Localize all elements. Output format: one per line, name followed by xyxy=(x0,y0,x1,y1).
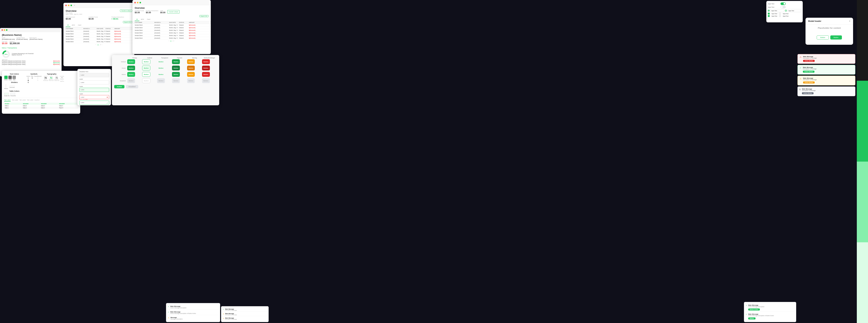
btn-danger-active[interactable]: Button xyxy=(202,72,210,77)
table-colors-title: Table Colors xyxy=(4,90,25,92)
btn-transparent-active[interactable]: Button xyxy=(157,72,165,77)
error-icon: ⊗ xyxy=(106,96,108,98)
sn-icon-1: ✓ xyxy=(223,309,224,310)
btn-outlined-active[interactable]: Button xyxy=(142,72,150,77)
big-th-invoice: INVOICE # xyxy=(154,22,169,23)
mini-trans-row[interactable]: (Payment Date)(Invoice#)(Vendor Client) … xyxy=(2,60,60,62)
table-row[interactable]: Vendor/Client (Invoice#) Month, Day, Yr … xyxy=(63,35,134,38)
big-prev[interactable]: ‹ xyxy=(168,40,169,42)
vertical-divider-line xyxy=(6,84,6,88)
table-sample-row-1[interactable]: Data 1 Data 2 Data 3 Data 4 xyxy=(4,105,78,107)
big-tab-ach[interactable]: ACH xyxy=(140,18,146,21)
notif-neutral-btn[interactable]: Action Button xyxy=(802,92,813,94)
table-row[interactable]: Vendor/Client (Invoice#) Month, Day, Yr … xyxy=(63,30,134,33)
table-sample-row-2[interactable]: Data 1 Data 2 Data 3 Face 5 xyxy=(4,107,78,109)
large-msg-2: ✓ Main Message Action Message Descriptio… xyxy=(746,313,795,320)
btn-danger-default[interactable]: Button xyxy=(202,59,210,64)
filter-icon[interactable]: ▼ xyxy=(31,77,33,79)
action-icon-1[interactable]: ✏ xyxy=(27,77,30,79)
btn-primary-default[interactable]: Button xyxy=(127,59,135,64)
big-table-row[interactable]: Vendor/Client (Invoice#) Month, Day, Yr … xyxy=(132,37,211,39)
notif-success-btn[interactable]: Action Button xyxy=(803,71,814,73)
big-table-row[interactable]: Vendor/Client (Invoice#) Month, Day, Yr … xyxy=(132,34,211,37)
btn-warning-default[interactable]: Button xyxy=(187,59,195,64)
notif-warning-btn[interactable]: Action Button xyxy=(803,82,815,84)
btn-payment-hover[interactable]: Button xyxy=(172,66,180,70)
big-next[interactable]: › xyxy=(174,40,175,42)
sort-desc-icon[interactable]: ↓ xyxy=(34,79,41,81)
success-input[interactable] xyxy=(79,101,109,105)
btn-primary-active[interactable]: Button xyxy=(127,72,135,77)
disabled-input[interactable] xyxy=(79,73,109,77)
swatch-green xyxy=(857,81,868,161)
menu-transactions-link[interactable]: Menu / Transactions xyxy=(2,47,17,49)
mini-trans-row[interactable]: (Payment Date)(Invoice#)(Vendor Client) … xyxy=(2,62,60,63)
tab-all[interactable]: All xyxy=(66,24,70,27)
prev-page[interactable]: ‹ xyxy=(95,44,96,46)
action-icon-3[interactable]: 👁 xyxy=(27,82,30,84)
normal-input[interactable] xyxy=(79,80,109,85)
radio-empty[interactable] xyxy=(785,10,787,11)
modal-button-fill[interactable]: Button xyxy=(830,35,842,39)
th-customer: CUSTOMER xyxy=(66,28,83,29)
checkbox-checked-2[interactable]: ✓ xyxy=(768,15,770,17)
btn-warning-default-wrap: Button xyxy=(187,59,202,64)
tab-card[interactable]: Card xyxy=(76,24,83,27)
btn-primary-hover[interactable]: Button xyxy=(127,66,135,70)
checkbox-unchecked[interactable] xyxy=(779,13,781,14)
btn-payment-default[interactable]: Button xyxy=(172,59,180,64)
biz-past-due: $0.00 xyxy=(2,42,7,45)
error-input[interactable] xyxy=(79,95,109,99)
btn-warning-hover[interactable]: Button xyxy=(187,66,195,70)
btn-warning-active[interactable]: Button xyxy=(187,72,195,77)
tab-inactive-1[interactable]: Tab Label xyxy=(12,99,18,102)
btn-danger-hover[interactable]: Button xyxy=(202,66,210,70)
big-table-row[interactable]: Vendor/Client (Invoice#) Month, Day, Yr … xyxy=(132,24,211,27)
swatch-panel xyxy=(857,0,868,323)
action-icon-2[interactable]: 🗑 xyxy=(27,79,30,81)
table-row[interactable]: Vendor/Client (Invoice#) Month, Day, Yr … xyxy=(63,38,134,40)
btn-outlined-default[interactable]: Button xyxy=(142,59,150,64)
big-table-row[interactable]: Vendor/Client (Invoice#) Month, Day, Yr … xyxy=(132,27,211,29)
big-tab-card[interactable]: Card xyxy=(146,18,152,21)
next-page[interactable]: › xyxy=(102,44,102,46)
tab-ach[interactable]: ACH xyxy=(70,24,76,27)
close-icon[interactable]: × xyxy=(849,20,850,23)
btn-transparent-default[interactable]: Button xyxy=(157,59,165,64)
table-row[interactable]: Vendor/Client (Invoice#) Month, Day, Yr … xyxy=(63,40,134,43)
success-input-wrapper: ✓ xyxy=(79,100,109,105)
big-export-btn[interactable]: Export CSV xyxy=(199,15,209,17)
modal-button-outline[interactable]: Button xyxy=(817,35,829,39)
btn-payment-active[interactable]: Button xyxy=(172,72,180,77)
biz-dot-green xyxy=(6,29,7,31)
page-2[interactable]: 2 xyxy=(100,44,101,46)
large-msg-btn-1[interactable]: Button Action xyxy=(748,309,760,311)
big-table-row[interactable]: Vendor/Client (Invoice#) Month, Day, Yr … xyxy=(132,32,211,34)
notif-error-btn[interactable]: Action Button xyxy=(803,60,815,62)
table-row[interactable]: Vendor/Client (Invoice#) Month, Day, Yr … xyxy=(63,33,134,35)
tab-inactive-3[interactable]: Tab Label xyxy=(27,99,33,102)
tab-inactive-2[interactable]: Tab Label xyxy=(19,99,26,102)
sort-asc-icon[interactable]: ↑ xyxy=(34,77,41,79)
active-input[interactable] xyxy=(79,88,109,92)
checkbox-checked[interactable]: ✓ xyxy=(768,13,770,14)
checkbox-unchecked-2[interactable] xyxy=(779,15,781,17)
tab-active-1[interactable]: Tab Label xyxy=(4,99,11,102)
export-btn[interactable]: Export CSV xyxy=(123,21,132,23)
big-tab-all[interactable]: All xyxy=(135,18,140,21)
gear-icon[interactable]: ⚙ xyxy=(74,5,75,6)
btn-outlined-hover[interactable]: Button xyxy=(142,66,150,70)
big-page-1[interactable]: 1 xyxy=(170,40,172,42)
large-msg-btn-2[interactable]: Button xyxy=(748,317,755,319)
page-1[interactable]: 1 xyxy=(97,44,99,46)
radio-filled[interactable] xyxy=(768,10,770,11)
big-table-row[interactable]: Vendor/Client (Invoice#) Month, Day, Yr … xyxy=(132,29,211,32)
btn-transparent-hover[interactable]: Button xyxy=(157,66,165,70)
big-page-2[interactable]: 2 xyxy=(173,40,174,42)
transfer-btn[interactable]: Transfer to Bank xyxy=(120,9,132,12)
transfer-bank-btn[interactable]: Transfer to Bank xyxy=(167,10,180,13)
toggle-switch-off[interactable] xyxy=(780,6,786,8)
toggle-switch-on[interactable] xyxy=(780,2,786,5)
tab-inactive-4[interactable]: inactive xyxy=(34,99,39,102)
mini-trans-row[interactable]: (Payment Date)(Invoice#)(Vendor Client) … xyxy=(2,64,60,65)
